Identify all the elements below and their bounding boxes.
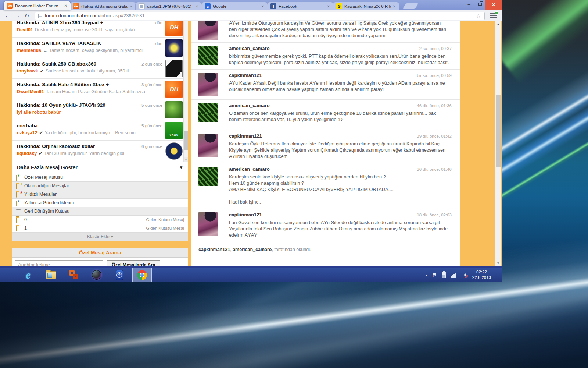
thread-date: 2 gün önce	[141, 62, 162, 66]
hidden-icons-arrow[interactable]: ▴	[425, 273, 427, 277]
clock[interactable]: 02:22 22.6.2013	[472, 269, 491, 280]
tab-title: Kawasaki Ninja ZX-6 R Mo	[344, 4, 391, 8]
avatar	[198, 103, 218, 122]
message-username[interactable]: american_camaro	[229, 103, 270, 108]
menu-item-recycle[interactable]: Geri Dönüşüm Kutusu	[12, 207, 188, 216]
forward-icon[interactable]: →	[12, 12, 22, 20]
tab-donanimhaber[interactable]: DH Donanım Haber Forum ✕	[4, 1, 71, 10]
message: capkinman121 18 dk. önce, 02:03 Lan Gava…	[191, 209, 460, 242]
reload-icon[interactable]: ↻	[22, 13, 32, 19]
tab-close-icon[interactable]: ✕	[130, 4, 133, 8]
taskbar-explorer[interactable]	[41, 268, 61, 282]
message-text: Kardeşim senin kac kişiyle sorunsuz alış…	[229, 174, 449, 205]
tab-close-icon[interactable]: ✕	[196, 4, 198, 8]
thread-row[interactable]: Hakkında: Satılık 250 GB xbox3602 gün ön…	[12, 58, 188, 79]
thread-user[interactable]: iyi aile robotu babür	[17, 110, 61, 115]
thread-user[interactable]: DwarfMen61	[17, 89, 44, 94]
update-badge	[495, 11, 498, 15]
thread-row[interactable]: Hakkında: Satılık Halo 4 Edition Xbox +3…	[12, 79, 188, 99]
action-center-flag-icon[interactable]: ⚑	[432, 272, 437, 278]
thread-date: 5 gün önce	[141, 103, 162, 107]
thread-user[interactable]: tonyhawk	[17, 68, 38, 74]
scrollbar-thumb[interactable]	[496, 95, 501, 167]
folder-row-1[interactable]: 1 Giden Kutusu Mesaj	[12, 224, 188, 233]
tab-close-icon[interactable]: ✕	[327, 4, 330, 8]
tab-google[interactable]: g Google ✕	[201, 2, 268, 10]
address-bar[interactable]: forum.donanimhaber.com /inbox.asp#236265…	[35, 12, 485, 20]
page-scrollbar[interactable]: ▲ ▼	[495, 21, 501, 266]
thread-user[interactable]: ozkaya12	[17, 130, 37, 135]
message-username[interactable]: capkinman121	[229, 212, 262, 217]
thread-title: Hakkında: Orjinal kablosuz kollar	[17, 144, 139, 149]
taskbar-ie[interactable]: e	[18, 268, 38, 282]
avatar: DH	[165, 81, 183, 98]
wallpaper-shade	[0, 280, 257, 368]
read-receipt-suffix: , tarafından okundu.	[272, 247, 312, 252]
thread-preview: Sadece konsol u ve kolu istiyorum, 350 t…	[46, 68, 129, 74]
message-text: Lan Gavat sen kendini ne saniyoırsun beb…	[229, 219, 449, 238]
scrollbar-thumb[interactable]	[184, 131, 188, 150]
keyword-input[interactable]	[15, 260, 103, 266]
scroll-down-icon[interactable]: ▼	[495, 261, 501, 266]
scroll-down-icon[interactable]: ▼	[184, 157, 188, 162]
volume-muted-icon[interactable]	[461, 272, 467, 278]
thread-user[interactable]: liquidsky	[17, 151, 37, 156]
message: american_camaro 46 dk. önce, 01:36 O zam…	[191, 100, 460, 130]
menu-item-unread[interactable]: + Okumadığım Mesajlar	[12, 182, 188, 190]
folder-row-0[interactable]: 0 Gelen Kutusu Mesaj	[12, 216, 188, 224]
message-username[interactable]: capkinman121	[229, 72, 262, 78]
new-tab-button[interactable]	[403, 3, 419, 9]
pm-search-body: Özel Mesajlarda Ara	[12, 258, 188, 266]
show-more-messages[interactable]: Daha Fazla Mesaj Göster ▼	[12, 162, 188, 173]
bookmark-star-icon[interactable]: ☆	[476, 13, 481, 19]
thread-title: Hakkında: Satılık 250 GB xbox360	[17, 61, 139, 67]
thread-row[interactable]: Hakkında: SATILIK VEYA TAKASLIKdün mehme…	[12, 38, 188, 58]
thread-user[interactable]: mehmetius	[17, 48, 41, 53]
menu-item-starred[interactable]: ★ Yıldızlı Mesajlar	[12, 190, 188, 199]
scroll-up-icon[interactable]: ▲	[495, 21, 501, 27]
message-username[interactable]: american_camaro	[229, 166, 270, 172]
pm-search-title: Özel Mesaj Arama	[12, 248, 188, 258]
taskbar-office[interactable]	[64, 268, 83, 282]
add-folder-button[interactable]: Klasör Ekle +	[12, 233, 188, 241]
tab-capkin1-jpg[interactable]: capkin1.JPG (676×561) ✕	[135, 2, 202, 10]
tab-close-icon[interactable]: ✕	[64, 4, 67, 8]
pm-search-button[interactable]: Özel Mesajlarda Ara	[107, 260, 160, 266]
taskbar-chrome[interactable]	[132, 268, 152, 282]
menu-item-inbox[interactable]: ▼ Özel Mesaj Kutusu	[12, 173, 188, 182]
browser-window: DH Donanım Haber Forum ✕ DH (Takaslık)Sa…	[0, 0, 502, 268]
tab-title: Donanım Haber Forum	[15, 4, 62, 8]
thread-title: Hakkında: Satılık Halo 4 Edition Xbox +	[17, 82, 139, 87]
thread-row[interactable]: merhaba5 gün önce ozkaya12✔Ya dediğim gi…	[12, 120, 188, 141]
tab-facebook[interactable]: f Facebook ✕	[267, 2, 334, 10]
chrome-menu-icon[interactable]	[488, 12, 499, 20]
thread-date: 3 gün önce	[141, 82, 162, 87]
network-signal-icon[interactable]	[451, 272, 456, 278]
menu-item-sent[interactable]: ▲ Yalnızca Gönderdiklerim	[12, 199, 188, 207]
taskbar-audio-app[interactable]	[87, 268, 106, 282]
folder-plus-icon: +	[16, 184, 22, 188]
message-username[interactable]: capkinman121	[229, 133, 262, 139]
minimize-button[interactable]: –	[463, 0, 474, 8]
back-icon[interactable]: ←	[3, 12, 12, 20]
message-username[interactable]: american_camaro	[229, 46, 270, 51]
tab-kawasaki-sahibinden[interactable]: S Kawasaki Ninja ZX-6 R Mo ✕	[333, 2, 399, 10]
message-text: birbirimize güvenmemize gerek yokki. PTT…	[229, 53, 449, 66]
menu-label: Geri Dönüşüm Kutusu	[24, 209, 69, 214]
thread-row[interactable]: Hakkında: Orjinal kablosuz kollar6 gün ö…	[12, 141, 188, 161]
read-receipt: capkinman121, american_camaro, tarafında…	[191, 242, 460, 257]
conversation-panel: ÃŸen izmirde Oturuyorum kardeşim Ve Güve…	[191, 21, 460, 266]
tab-close-icon[interactable]: ✕	[261, 4, 264, 8]
close-button[interactable]: ✕	[485, 0, 502, 10]
thread-row[interactable]: Hakkında: 10 Oyun yüklü- JTAG'lı 3205 gü…	[12, 99, 188, 120]
sidebar-scrollbar[interactable]: ▼	[183, 21, 188, 162]
restore-button[interactable]	[474, 0, 485, 8]
tab-close-icon[interactable]: ✕	[393, 4, 396, 8]
tab-takaslik-samsung[interactable]: DH (Takaslık)Samsung Galaxy ✕	[69, 2, 136, 10]
taskbar-help-app[interactable]: ?	[110, 268, 129, 282]
thread-user[interactable]: Devil01	[17, 27, 33, 32]
thread-row[interactable]: Hakkında: ALINIR Xbox360 Joypad +dün Dev…	[12, 21, 188, 38]
pm-sidebar: Hakkında: ALINIR Xbox360 Joypad +dün Dev…	[12, 21, 188, 266]
battery-icon[interactable]	[442, 272, 446, 278]
dh-favicon: DH	[73, 3, 79, 9]
